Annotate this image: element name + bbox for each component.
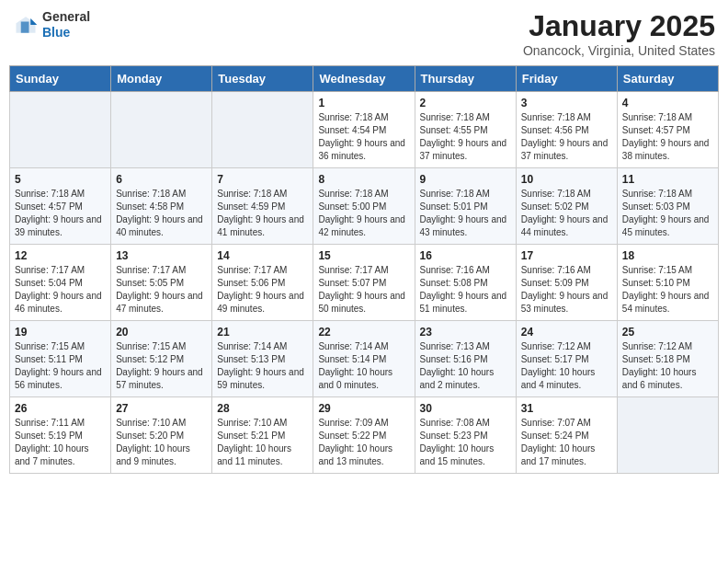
day-number: 30 bbox=[420, 402, 511, 415]
day-info: Sunrise: 7:15 AM Sunset: 5:10 PM Dayligh… bbox=[622, 264, 713, 316]
calendar-cell bbox=[617, 397, 718, 474]
day-info: Sunrise: 7:17 AM Sunset: 5:04 PM Dayligh… bbox=[15, 264, 106, 316]
calendar-week-1: 1Sunrise: 7:18 AM Sunset: 4:54 PM Daylig… bbox=[10, 92, 719, 168]
day-info: Sunrise: 7:17 AM Sunset: 5:07 PM Dayligh… bbox=[318, 264, 409, 316]
calendar-cell: 16Sunrise: 7:16 AM Sunset: 5:08 PM Dayli… bbox=[415, 245, 516, 321]
day-number: 21 bbox=[217, 326, 308, 339]
day-info: Sunrise: 7:18 AM Sunset: 5:01 PM Dayligh… bbox=[420, 188, 511, 239]
weekday-header-monday: Monday bbox=[111, 66, 212, 92]
weekday-header-saturday: Saturday bbox=[617, 66, 718, 92]
calendar-cell: 12Sunrise: 7:17 AM Sunset: 5:04 PM Dayli… bbox=[10, 245, 111, 321]
day-info: Sunrise: 7:14 AM Sunset: 5:14 PM Dayligh… bbox=[318, 340, 409, 392]
day-number: 23 bbox=[420, 326, 511, 339]
day-number: 9 bbox=[420, 173, 511, 186]
calendar-cell: 27Sunrise: 7:10 AM Sunset: 5:20 PM Dayli… bbox=[111, 397, 212, 474]
day-number: 3 bbox=[521, 97, 612, 109]
calendar-cell bbox=[111, 92, 212, 168]
weekday-header-tuesday: Tuesday bbox=[212, 66, 313, 92]
weekday-header-friday: Friday bbox=[516, 66, 617, 92]
day-number: 16 bbox=[420, 249, 511, 262]
calendar-cell bbox=[10, 92, 111, 168]
calendar-cell: 17Sunrise: 7:16 AM Sunset: 5:09 PM Dayli… bbox=[516, 245, 617, 321]
day-info: Sunrise: 7:14 AM Sunset: 5:13 PM Dayligh… bbox=[217, 340, 308, 392]
day-number: 7 bbox=[217, 173, 308, 186]
calendar-cell: 29Sunrise: 7:09 AM Sunset: 5:22 PM Dayli… bbox=[313, 397, 415, 474]
day-info: Sunrise: 7:17 AM Sunset: 5:05 PM Dayligh… bbox=[116, 264, 207, 316]
day-info: Sunrise: 7:09 AM Sunset: 5:22 PM Dayligh… bbox=[318, 417, 409, 468]
day-info: Sunrise: 7:18 AM Sunset: 5:02 PM Dayligh… bbox=[521, 188, 612, 239]
calendar-cell: 30Sunrise: 7:08 AM Sunset: 5:23 PM Dayli… bbox=[415, 397, 516, 474]
calendar-cell: 3Sunrise: 7:18 AM Sunset: 4:56 PM Daylig… bbox=[516, 92, 617, 168]
calendar-cell: 9Sunrise: 7:18 AM Sunset: 5:01 PM Daylig… bbox=[415, 168, 516, 245]
day-number: 25 bbox=[622, 326, 713, 339]
calendar-week-5: 26Sunrise: 7:11 AM Sunset: 5:19 PM Dayli… bbox=[10, 397, 719, 474]
day-info: Sunrise: 7:15 AM Sunset: 5:12 PM Dayligh… bbox=[116, 340, 207, 392]
calendar-cell: 10Sunrise: 7:18 AM Sunset: 5:02 PM Dayli… bbox=[516, 168, 617, 245]
calendar-week-3: 12Sunrise: 7:17 AM Sunset: 5:04 PM Dayli… bbox=[10, 245, 719, 321]
day-number: 13 bbox=[116, 249, 207, 262]
weekday-header-wednesday: Wednesday bbox=[313, 66, 415, 92]
day-info: Sunrise: 7:18 AM Sunset: 5:03 PM Dayligh… bbox=[622, 188, 713, 239]
logo-general: General bbox=[42, 9, 90, 25]
day-number: 28 bbox=[217, 402, 308, 415]
day-number: 5 bbox=[15, 173, 106, 186]
weekday-header-row: SundayMondayTuesdayWednesdayThursdayFrid… bbox=[10, 66, 719, 92]
weekday-header-thursday: Thursday bbox=[415, 66, 516, 92]
day-info: Sunrise: 7:15 AM Sunset: 5:11 PM Dayligh… bbox=[15, 340, 106, 392]
day-info: Sunrise: 7:18 AM Sunset: 4:59 PM Dayligh… bbox=[217, 188, 308, 239]
calendar-cell: 2Sunrise: 7:18 AM Sunset: 4:55 PM Daylig… bbox=[415, 92, 516, 168]
day-info: Sunrise: 7:18 AM Sunset: 4:57 PM Dayligh… bbox=[622, 111, 713, 163]
logo: General Blue bbox=[13, 9, 90, 40]
day-number: 27 bbox=[116, 402, 207, 415]
calendar-cell: 13Sunrise: 7:17 AM Sunset: 5:05 PM Dayli… bbox=[111, 245, 212, 321]
calendar-cell: 15Sunrise: 7:17 AM Sunset: 5:07 PM Dayli… bbox=[313, 245, 415, 321]
day-info: Sunrise: 7:18 AM Sunset: 5:00 PM Dayligh… bbox=[318, 188, 409, 239]
day-number: 1 bbox=[318, 97, 409, 109]
day-number: 4 bbox=[622, 97, 713, 109]
title-block: January 2025 Onancock, Virginia, United … bbox=[523, 9, 715, 58]
calendar-cell: 21Sunrise: 7:14 AM Sunset: 5:13 PM Dayli… bbox=[212, 321, 313, 397]
calendar-cell: 4Sunrise: 7:18 AM Sunset: 4:57 PM Daylig… bbox=[617, 92, 718, 168]
calendar-cell: 8Sunrise: 7:18 AM Sunset: 5:00 PM Daylig… bbox=[313, 168, 415, 245]
day-number: 12 bbox=[15, 249, 106, 262]
day-number: 19 bbox=[15, 326, 106, 339]
day-info: Sunrise: 7:17 AM Sunset: 5:06 PM Dayligh… bbox=[217, 264, 308, 316]
day-number: 17 bbox=[521, 249, 612, 262]
calendar-cell: 14Sunrise: 7:17 AM Sunset: 5:06 PM Dayli… bbox=[212, 245, 313, 321]
day-info: Sunrise: 7:16 AM Sunset: 5:08 PM Dayligh… bbox=[420, 264, 511, 316]
calendar-week-2: 5Sunrise: 7:18 AM Sunset: 4:57 PM Daylig… bbox=[10, 168, 719, 245]
calendar-cell: 26Sunrise: 7:11 AM Sunset: 5:19 PM Dayli… bbox=[10, 397, 111, 474]
day-info: Sunrise: 7:10 AM Sunset: 5:20 PM Dayligh… bbox=[116, 417, 207, 468]
day-number: 31 bbox=[521, 402, 612, 415]
calendar-cell: 11Sunrise: 7:18 AM Sunset: 5:03 PM Dayli… bbox=[617, 168, 718, 245]
calendar-cell: 5Sunrise: 7:18 AM Sunset: 4:57 PM Daylig… bbox=[10, 168, 111, 245]
day-info: Sunrise: 7:12 AM Sunset: 5:18 PM Dayligh… bbox=[622, 340, 713, 392]
day-info: Sunrise: 7:16 AM Sunset: 5:09 PM Dayligh… bbox=[521, 264, 612, 316]
day-number: 18 bbox=[622, 249, 713, 262]
calendar-cell: 28Sunrise: 7:10 AM Sunset: 5:21 PM Dayli… bbox=[212, 397, 313, 474]
calendar-week-4: 19Sunrise: 7:15 AM Sunset: 5:11 PM Dayli… bbox=[10, 321, 719, 397]
calendar-location: Onancock, Virginia, United States bbox=[523, 43, 715, 58]
calendar-cell: 23Sunrise: 7:13 AM Sunset: 5:16 PM Dayli… bbox=[415, 321, 516, 397]
svg-marker-3 bbox=[21, 21, 29, 32]
calendar-cell: 1Sunrise: 7:18 AM Sunset: 4:54 PM Daylig… bbox=[313, 92, 415, 168]
day-info: Sunrise: 7:08 AM Sunset: 5:23 PM Dayligh… bbox=[420, 417, 511, 468]
logo-text: General Blue bbox=[42, 9, 90, 40]
page-header: General Blue January 2025 Onancock, Virg… bbox=[9, 9, 719, 58]
day-number: 26 bbox=[15, 402, 106, 415]
day-number: 24 bbox=[521, 326, 612, 339]
calendar-cell: 19Sunrise: 7:15 AM Sunset: 5:11 PM Dayli… bbox=[10, 321, 111, 397]
day-info: Sunrise: 7:18 AM Sunset: 4:57 PM Dayligh… bbox=[15, 188, 106, 239]
day-info: Sunrise: 7:18 AM Sunset: 4:55 PM Dayligh… bbox=[420, 111, 511, 163]
calendar-cell: 25Sunrise: 7:12 AM Sunset: 5:18 PM Dayli… bbox=[617, 321, 718, 397]
calendar-cell: 6Sunrise: 7:18 AM Sunset: 4:58 PM Daylig… bbox=[111, 168, 212, 245]
calendar-table: SundayMondayTuesdayWednesdayThursdayFrid… bbox=[9, 65, 719, 474]
calendar-cell: 20Sunrise: 7:15 AM Sunset: 5:12 PM Dayli… bbox=[111, 321, 212, 397]
day-number: 11 bbox=[622, 173, 713, 186]
calendar-cell: 7Sunrise: 7:18 AM Sunset: 4:59 PM Daylig… bbox=[212, 168, 313, 245]
calendar-cell: 31Sunrise: 7:07 AM Sunset: 5:24 PM Dayli… bbox=[516, 397, 617, 474]
day-info: Sunrise: 7:18 AM Sunset: 4:58 PM Dayligh… bbox=[116, 188, 207, 239]
day-number: 6 bbox=[116, 173, 207, 186]
day-number: 8 bbox=[318, 173, 409, 186]
day-info: Sunrise: 7:12 AM Sunset: 5:17 PM Dayligh… bbox=[521, 340, 612, 392]
